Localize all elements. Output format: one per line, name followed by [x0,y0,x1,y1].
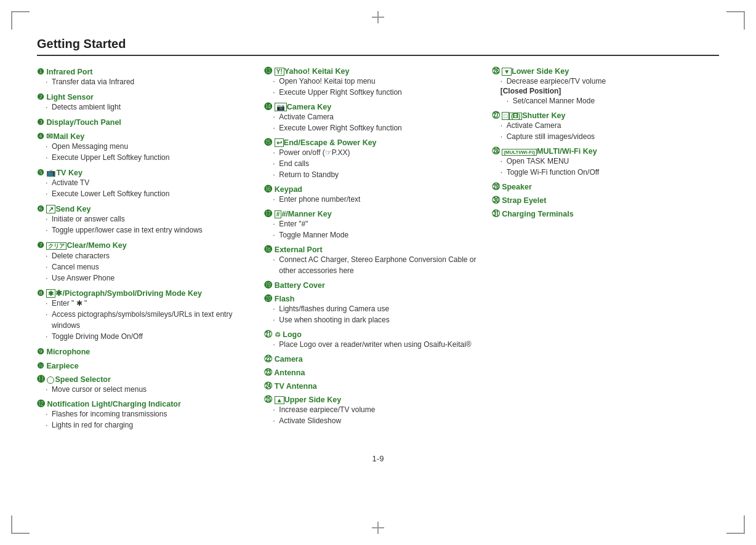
item-antenna: ㉓ Antenna [264,368,479,377]
list-item: Toggle upper/lower case in text entry wi… [46,225,252,236]
item-num: ⓱ [264,210,272,218]
item-num: ❸ [37,118,44,127]
list-item: Return to Standby [273,169,479,180]
columns-container: ❶ Infrared Port Transfer data via Infrar… [37,67,719,436]
hash-icon: # [275,210,282,218]
list-item: Access pictographs/symbols/smileys/URLs … [46,309,252,331]
item-label: Camera [275,355,303,364]
corner-mark-tr [726,11,745,30]
item-num: ⓰ [264,185,272,194]
item-mail-key: ❹ ✉Mail Key Open Messaging menu Execute … [37,132,252,163]
item-num: ㉓ [264,368,272,377]
list-item: Connect AC Charger, Stereo Earphone Conv… [273,254,479,276]
page-number: 1-9 [37,454,719,463]
item-label: Upper Side Key [284,396,341,404]
list-item: Set/cancel Manner Mode [507,95,707,106]
circle-icon [47,376,54,384]
list-item: Decrease earpiece/TV volume [501,76,707,87]
list-item: Activate Slideshow [273,415,479,426]
item-label: Keypad [275,185,302,194]
item-end-escape-key: ⓯ ↩End/Escape & Power Key Power on/off (… [264,138,479,180]
item-label: External Port [275,245,323,254]
item-light-sensor: ❷ Light Sensor Detects ambient light [37,92,252,113]
list-item: Activate TV [46,177,252,188]
item-num: ⓲ [264,245,272,254]
item-num: ㉘ [492,147,500,156]
item-notification-light: ⓬ Notification Light/Charging Indicator … [37,400,252,431]
item-num: ⓴ [264,295,272,303]
column-2: ⓭ Y!Yahoo! Keitai Key Open Yahoo! Keitai… [264,67,491,431]
item-num: ㉙ [492,183,500,191]
item-label: TV Key [56,169,82,177]
item-num: ❹ [37,132,44,141]
cross-top [372,11,384,23]
item-yahoo-key: ⓭ Y!Yahoo! Keitai Key Open Yahoo! Keitai… [264,67,479,98]
list-item: Toggle Manner Mode [273,229,479,241]
item-label: Notification Light/Charging Indicator [47,400,180,408]
item-infrared-port: ❶ Infrared Port Transfer data via Infrar… [37,67,252,87]
item-label: Clear/Memo Key [66,241,126,250]
item-num: ㉔ [264,382,272,391]
list-item: Transfer data via Infrared [46,76,252,87]
item-battery-cover: ⓳ Battery Cover [264,281,479,290]
clear-icon: クリア [46,242,66,250]
item-label: Send Key [55,205,90,213]
list-item: Activate Camera [273,111,479,122]
item-num: ❽ [37,289,44,298]
tv-icon: 📺 [46,169,56,177]
item-keypad: ⓰ Keypad Enter phone number/text [264,185,479,205]
list-item: Enter phone number/text [273,194,479,205]
item-num: ⓫ [37,375,45,384]
item-num: ❾ [37,348,44,356]
list-item: Flashes for incoming transmissions [46,408,252,420]
list-item: Lights/flashes during Camera use [273,303,479,314]
list-item: Detects ambient light [46,101,252,113]
item-strap-eyelet: ㉚ Strap Eyelet [492,196,707,205]
list-item: Activate Camera [501,120,707,131]
item-display: ❸ Display/Touch Panel [37,117,252,127]
item-label: End/Escape & Power Key [284,138,377,147]
list-item: Enter " ✱ " [46,298,252,309]
item-num: ❺ [37,169,44,177]
title-rule [37,55,719,56]
list-item: Open Messaging menu [46,141,252,152]
item-num: ㉑ [264,330,272,339]
item-charging-terminals: ㉛ Charging Terminals [492,210,707,218]
list-item: Open TASK MENU [501,156,707,167]
item-label: Yahoo! Keitai Key [284,67,350,76]
end-icon: ↩ [275,138,284,147]
list-item: Cancel menus [46,261,252,272]
list-item: Use Answer Phone [46,272,252,284]
list-item: Increase earpiece/TV volume [273,404,479,415]
list-item: End calls [273,158,479,169]
item-label: ✱/Pictograph/Symbol/Driving Mode Key [55,289,201,298]
list-item: Place Logo over a reader/writer when usi… [273,339,479,350]
list-item: Move cursor or select menus [46,384,252,395]
item-label: Flash [275,295,295,303]
item-lower-side-key: ㉖ ▼Lower Side Key Decrease earpiece/TV v… [492,67,707,106]
item-label: MULTI/Wi-Fi Key [537,147,597,156]
item-label: Display/Touch Panel [46,118,121,127]
closed-position-label: [Closed Position] [492,87,707,95]
item-label: TV Antenna [275,382,317,391]
list-item: Execute Upper Left Softkey function [46,152,252,163]
list-item: Open Yahoo! Keitai top menu [273,76,479,87]
item-num: ㉕ [264,396,272,404]
item-label: Lower Side Key [512,67,569,76]
upper-icon: ▲ [275,396,284,404]
item-camera-key: ⓮ 📷Camera Key Activate Camera Execute Lo… [264,103,479,133]
item-num: ❷ [37,93,44,101]
item-label: Microphone [46,348,90,356]
item-label: Charging Terminals [502,210,573,218]
list-item: Lights in red for charging [46,420,252,431]
item-camera: ㉒ Camera [264,355,479,364]
wifi-icon: (MULTI/Wi-Fi) [502,149,537,156]
item-upper-side-key: ㉕ ▲Upper Side Key Increase earpiece/TV v… [264,396,479,426]
item-microphone: ❾ Microphone [37,347,252,356]
item-external-port: ⓲ External Port Connect AC Charger, Ster… [264,245,479,276]
camera-icon: 📷 [275,103,287,111]
item-num: ㉗ [492,111,500,120]
page-title: Getting Started [37,37,719,51]
item-label: Infrared Port [46,68,92,76]
list-item: Execute Upper Right Softkey function [273,87,479,98]
